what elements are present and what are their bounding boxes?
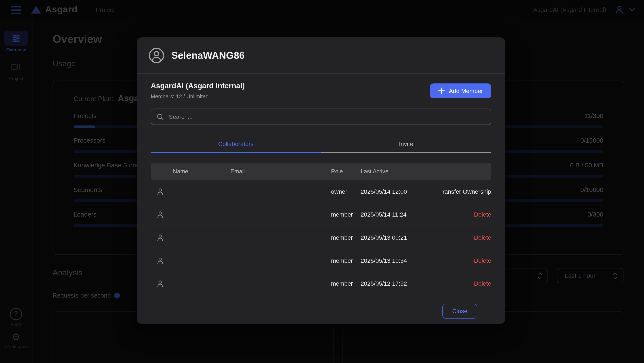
progress-fill (74, 125, 94, 128)
avatar-icon (148, 47, 165, 64)
delete-member-button[interactable]: Delete (434, 234, 491, 241)
usage-label: Loaders (74, 211, 96, 218)
delete-member-button[interactable]: Delete (434, 257, 491, 264)
add-member-label: Add Member (449, 88, 483, 94)
info-icon[interactable]: i (114, 292, 120, 298)
table-row: member 2025/05/13 10:54 Delete (151, 249, 491, 272)
sidebar-item-label: Overview (0, 47, 32, 52)
chart-label: Requests per second (52, 292, 111, 299)
sidebar-item-label: Workspace (0, 344, 32, 349)
usage-section-title: Usage (52, 59, 76, 68)
logo-text: Asgard (45, 4, 78, 15)
sidebar-item-label: Help (0, 322, 32, 327)
member-role: member (331, 211, 360, 218)
member-role: member (331, 280, 360, 287)
usage-label: Projects (74, 112, 96, 120)
sidebar-item-label: Project (0, 76, 32, 81)
tab-bar: Collaborators Invite (151, 136, 491, 153)
table-row: member 2025/05/13 00:21 Delete (151, 226, 491, 249)
member-last-active: 2025/05/12 17:52 (360, 280, 434, 287)
user-icon (151, 233, 173, 241)
close-button[interactable]: Close (442, 304, 478, 318)
logo-triangle-icon (31, 6, 41, 14)
usage-value: 0/10000 (580, 186, 604, 194)
search-icon (156, 113, 164, 121)
user-icon (151, 187, 173, 195)
delete-member-button[interactable]: Delete (434, 280, 491, 287)
usage-label: Processors (74, 137, 105, 144)
member-role: owner (331, 188, 360, 195)
sidebar-item-overview[interactable]: Overview (0, 31, 32, 52)
nav-project-link[interactable]: Project (96, 6, 115, 13)
member-dialog: SelenaWANG86 AsgardAI (Asgard Internal) … (137, 38, 505, 324)
sidebar-item-workspace[interactable]: ⚙ Workspace (0, 332, 32, 349)
dialog-header: SelenaWANG86 (137, 38, 505, 74)
gear-icon: ⚙ (0, 332, 32, 342)
table-row: member 2025/05/12 17:52 Delete (151, 272, 491, 295)
time-range-select[interactable]: Last 1 hour (557, 268, 623, 283)
col-email: Email (230, 168, 331, 175)
org-name: AsgardAI (Asgard Internal) (151, 82, 245, 90)
delete-member-button[interactable]: Delete (434, 211, 491, 218)
usage-value: 0/15000 (580, 137, 604, 144)
table-row: member 2025/05/14 11:24 Delete (151, 203, 491, 226)
project-icon (11, 63, 21, 71)
col-role: Role (331, 168, 360, 175)
sidebar-item-help[interactable]: ? Help (0, 308, 32, 327)
tab-collaborators[interactable]: Collaborators (151, 136, 321, 153)
add-member-button[interactable]: Add Member (430, 83, 491, 98)
account-label[interactable]: AsgardAI (Asgard Internal) (533, 6, 606, 13)
help-icon: ? (10, 308, 22, 320)
member-last-active: 2025/05/14 11:24 (360, 211, 434, 218)
user-icon (151, 256, 173, 264)
plus-icon (438, 88, 445, 94)
time-range-value: Last 1 hour (565, 272, 596, 279)
member-last-active: 2025/05/14 12:00 (360, 188, 434, 195)
table-row: owner 2025/05/14 12:00 Transfer Ownershi… (151, 180, 491, 203)
top-header: Asgard Project AsgardAI (Asgard Internal… (0, 0, 644, 19)
member-role: member (331, 257, 360, 264)
user-icon (151, 210, 173, 218)
table-header: Name Email Role Last Active (151, 163, 491, 180)
usage-value: 11/300 (584, 112, 604, 120)
transfer-ownership-button[interactable]: Transfer Ownership (434, 188, 491, 195)
tab-invite[interactable]: Invite (321, 136, 491, 153)
dashboard-icon (12, 34, 20, 43)
members-count: Members: 12 / Unlimited (151, 93, 245, 99)
search-bar[interactable] (151, 109, 491, 125)
chevron-down-icon[interactable] (629, 8, 635, 12)
dialog-title: SelenaWANG86 (171, 50, 245, 61)
user-icon[interactable] (614, 5, 624, 14)
col-name: Name (173, 168, 230, 175)
search-input[interactable] (168, 113, 485, 121)
member-role: member (331, 234, 360, 241)
usage-label: Knowledge Base Storage (74, 162, 145, 169)
analysis-section-title: Analysis (52, 268, 82, 277)
usage-value: 0 B / 50 MB (570, 162, 604, 169)
user-icon (151, 279, 173, 287)
page-title: Overview (52, 33, 102, 46)
sidebar-item-project[interactable]: Project (0, 60, 32, 81)
sidebar: Overview Project ? Help ⚙ Workspace (0, 19, 32, 363)
usage-label: Segments (74, 186, 102, 194)
menu-icon[interactable] (11, 6, 21, 14)
member-last-active: 2025/05/13 00:21 (360, 234, 434, 241)
member-last-active: 2025/05/13 10:54 (360, 257, 434, 264)
current-plan-label: Current Plan: (74, 95, 114, 102)
col-last-active: Last Active (360, 168, 434, 175)
app-logo[interactable]: Asgard (31, 4, 78, 15)
usage-value: 0/300 (588, 211, 604, 218)
